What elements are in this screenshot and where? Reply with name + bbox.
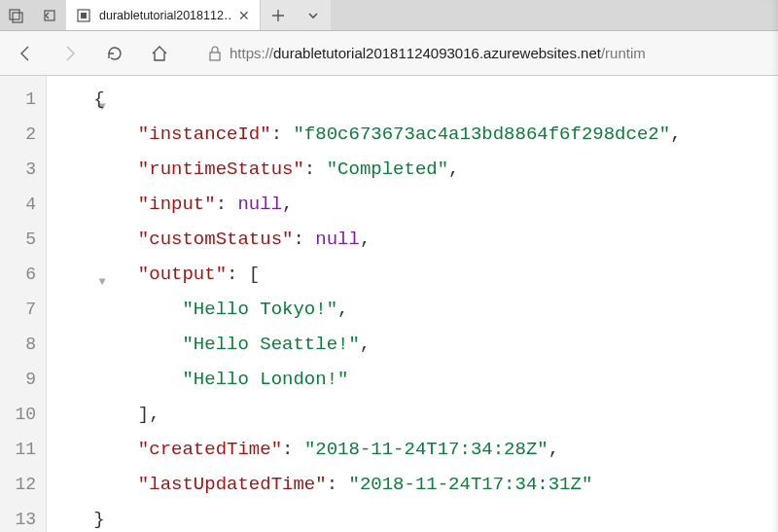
code-line: "Hello Seattle!",	[47, 327, 778, 362]
code-line: "input": null,	[47, 187, 778, 222]
json-viewer: 1 2 3 4 5 6 7 8 9 10 11 12 13 ▼ ▼ { "ins…	[0, 76, 778, 532]
titlebar: durabletutorial2018112… ✕	[0, 0, 778, 31]
code-line: "Hello Tokyo!",	[47, 292, 778, 327]
close-tab-icon[interactable]: ✕	[238, 8, 250, 23]
line-number-gutter: 1 2 3 4 5 6 7 8 9 10 11 12 13	[0, 76, 47, 532]
back-button[interactable]	[6, 34, 45, 73]
forward-button[interactable]	[51, 34, 89, 73]
refresh-button[interactable]	[95, 34, 134, 73]
line-number: 12	[0, 467, 36, 502]
line-number: 8	[0, 327, 36, 362]
svg-rect-4	[81, 13, 87, 18]
svg-rect-1	[13, 13, 22, 22]
line-number: 10	[0, 397, 36, 432]
line-number: 4	[0, 187, 36, 222]
line-number: 7	[0, 292, 36, 327]
set-aside-icon[interactable]	[33, 0, 66, 30]
svg-rect-5	[210, 53, 220, 60]
tab-title: durabletutorial2018112…	[99, 9, 230, 22]
svg-rect-0	[10, 10, 19, 19]
code-area[interactable]: ▼ ▼ { "instanceId": "f80c673673ac4a13bd8…	[47, 76, 778, 532]
line-number: 1	[0, 82, 36, 117]
code-line: "output": [	[47, 257, 778, 292]
url-text: https://durabletutorial20181124093016.az…	[230, 45, 646, 61]
line-number: 6	[0, 257, 36, 292]
code-line: ],	[47, 397, 778, 432]
code-line: "runtimeStatus": "Completed",	[47, 152, 778, 187]
line-number: 9	[0, 362, 36, 397]
code-line: "lastUpdatedTime": "2018-11-24T17:34:31Z…	[47, 467, 778, 502]
favicon-icon	[76, 8, 91, 23]
address-bar[interactable]: https://durabletutorial20181124093016.az…	[200, 38, 772, 69]
new-tab-button[interactable]	[261, 0, 296, 30]
line-number: 11	[0, 432, 36, 467]
line-number: 2	[0, 117, 36, 152]
home-button[interactable]	[140, 34, 179, 73]
lock-icon	[208, 46, 222, 61]
browser-tab[interactable]: durabletutorial2018112… ✕	[66, 0, 261, 30]
line-number: 13	[0, 502, 36, 532]
code-line: "instanceId": "f80c673673ac4a13bd8864f6f…	[47, 117, 778, 152]
line-number: 5	[0, 222, 36, 257]
tabs-dropdown-icon[interactable]	[296, 0, 331, 30]
nav-toolbar: https://durabletutorial20181124093016.az…	[0, 31, 778, 76]
code-line: "createdTime": "2018-11-24T17:34:28Z",	[47, 432, 778, 467]
line-number: 3	[0, 152, 36, 187]
tabs-aside-icon[interactable]	[0, 0, 33, 30]
code-line: }	[47, 502, 778, 532]
code-line: "customStatus": null,	[47, 222, 778, 257]
code-line: "Hello London!"	[47, 362, 778, 397]
code-line: {	[47, 82, 778, 117]
